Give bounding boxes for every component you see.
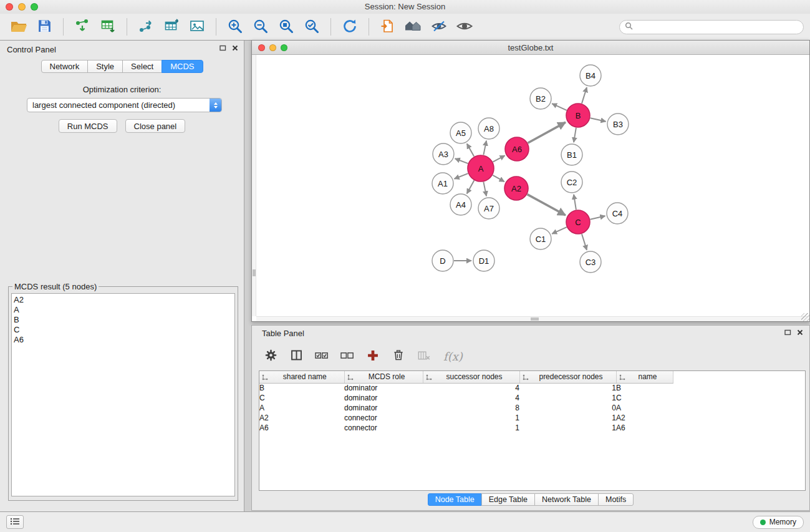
- node-B4[interactable]: B4: [580, 65, 601, 86]
- mcds-result-list[interactable]: A2ABCA6: [11, 293, 235, 496]
- node-A2[interactable]: A2: [504, 177, 528, 200]
- close-panel-button[interactable]: Close panel: [125, 119, 186, 133]
- node-B1[interactable]: B1: [561, 144, 582, 165]
- node-C3[interactable]: C3: [580, 251, 601, 273]
- close-table-panel-button[interactable]: [797, 329, 803, 336]
- zoom-in-button[interactable]: [224, 16, 246, 38]
- open-document-button[interactable]: [377, 16, 399, 38]
- zoom-out-button[interactable]: [249, 16, 272, 38]
- edge-A-A7[interactable]: [483, 182, 486, 196]
- edge-B-B3[interactable]: [591, 118, 606, 121]
- edge-C-C2[interactable]: [574, 195, 576, 210]
- node-B2[interactable]: B2: [530, 88, 551, 109]
- node-D[interactable]: D: [432, 250, 453, 271]
- resize-grip[interactable]: [801, 313, 809, 321]
- edge-B-B2[interactable]: [552, 104, 567, 110]
- tab-edge-table[interactable]: Edge Table: [481, 493, 535, 506]
- export-table-button[interactable]: [160, 16, 183, 38]
- column-header-successor-nodes[interactable]: successor nodes: [423, 371, 519, 383]
- table-row[interactable]: Bdominator41B: [259, 383, 673, 393]
- result-item[interactable]: A: [14, 305, 234, 315]
- edge-C-C3[interactable]: [582, 234, 587, 250]
- edge-B-B4[interactable]: [582, 87, 587, 104]
- deselect-all-button[interactable]: [340, 349, 355, 364]
- node-A6[interactable]: A6: [505, 137, 529, 161]
- edge-A-A6[interactable]: [493, 155, 504, 162]
- edge-A-A8[interactable]: [483, 141, 486, 155]
- export-image-button[interactable]: [186, 16, 208, 38]
- edge-A-A1[interactable]: [455, 173, 468, 179]
- column-header-predecessor-nodes[interactable]: predecessor nodes: [519, 371, 616, 383]
- table-row[interactable]: Cdominator41C: [259, 393, 673, 403]
- zoom-selected-button[interactable]: [301, 16, 323, 38]
- edge-B-B1[interactable]: [574, 128, 576, 142]
- show-column-button[interactable]: [289, 349, 304, 364]
- close-control-panel-button[interactable]: [232, 45, 238, 51]
- add-row-button[interactable]: [365, 349, 380, 364]
- table-row[interactable]: A2connector11A2: [259, 413, 673, 423]
- refresh-view-button[interactable]: [339, 16, 361, 38]
- column-header-MCDS-role[interactable]: MCDS role: [344, 371, 423, 383]
- horizontal-scrollbar[interactable]: [256, 316, 809, 321]
- delete-column-button[interactable]: [417, 349, 432, 364]
- table-row[interactable]: A6connector11A6: [259, 423, 673, 433]
- criterion-dropdown[interactable]: largest connected component (directed): [27, 98, 222, 112]
- node-A8[interactable]: A8: [478, 118, 499, 139]
- tab-style[interactable]: Style: [87, 60, 123, 73]
- home-button[interactable]: [402, 16, 425, 38]
- edge-C-C4[interactable]: [591, 216, 605, 219]
- tab-mcds[interactable]: MCDS: [162, 60, 203, 73]
- table-row[interactable]: Adominator80A: [259, 403, 673, 413]
- edge-C-C1[interactable]: [552, 227, 567, 234]
- show-details-button[interactable]: [453, 16, 476, 38]
- horizontal-scrollbar-thumb[interactable]: [531, 317, 539, 321]
- select-all-button[interactable]: [314, 349, 329, 364]
- node-C4[interactable]: C4: [607, 203, 628, 224]
- result-item[interactable]: B: [14, 315, 234, 325]
- table-settings-button[interactable]: [263, 349, 278, 364]
- edge-A6-B[interactable]: [528, 122, 566, 143]
- tab-network[interactable]: Network: [41, 60, 88, 73]
- edge-A-A5[interactable]: [467, 143, 474, 156]
- zoom-fit-button[interactable]: [275, 16, 297, 38]
- edge-A-A4[interactable]: [467, 180, 475, 193]
- edge-A2-C[interactable]: [528, 195, 566, 215]
- search-input[interactable]: [636, 22, 798, 32]
- node-B[interactable]: B: [566, 104, 590, 127]
- node-A[interactable]: A: [468, 155, 494, 181]
- network-canvas[interactable]: B4B2BB3A5A8A6B1A3AA1C2A2A4A7C4C1CC3DD1: [252, 55, 809, 321]
- vertical-scrollbar[interactable]: [252, 55, 256, 316]
- import-network-button[interactable]: [71, 16, 94, 38]
- task-history-button[interactable]: [6, 515, 24, 529]
- node-C[interactable]: C: [566, 210, 590, 234]
- tab-motifs[interactable]: Motifs: [598, 493, 634, 506]
- memory-button[interactable]: Memory: [753, 516, 804, 529]
- node-C2[interactable]: C2: [561, 172, 582, 193]
- tab-select[interactable]: Select: [122, 60, 162, 73]
- result-item[interactable]: C: [14, 325, 234, 335]
- node-A5[interactable]: A5: [450, 122, 471, 143]
- edge-A-A2[interactable]: [493, 175, 504, 181]
- node-A1[interactable]: A1: [432, 173, 453, 194]
- node-A4[interactable]: A4: [450, 194, 471, 215]
- float-control-panel-button[interactable]: [219, 45, 226, 51]
- import-table-button[interactable]: [97, 16, 119, 38]
- tab-network-table[interactable]: Network Table: [534, 493, 599, 506]
- result-item[interactable]: A6: [14, 335, 234, 345]
- node-D1[interactable]: D1: [473, 250, 494, 271]
- node-C1[interactable]: C1: [530, 228, 551, 249]
- vertical-scrollbar-thumb[interactable]: [253, 269, 256, 276]
- export-network-button[interactable]: [135, 16, 157, 38]
- save-session-button[interactable]: [33, 16, 55, 38]
- run-mcds-button[interactable]: Run MCDS: [59, 119, 117, 133]
- delete-row-button[interactable]: [391, 349, 406, 364]
- open-session-button[interactable]: [7, 16, 30, 38]
- node-A3[interactable]: A3: [433, 143, 454, 165]
- edge-A-A3[interactable]: [455, 158, 468, 163]
- result-item[interactable]: A2: [14, 295, 234, 305]
- node-B3[interactable]: B3: [607, 114, 629, 135]
- node-A7[interactable]: A7: [478, 198, 499, 219]
- tab-node-table[interactable]: Node Table: [428, 493, 482, 506]
- hide-details-button[interactable]: [428, 16, 450, 38]
- column-header-name[interactable]: name: [616, 371, 673, 383]
